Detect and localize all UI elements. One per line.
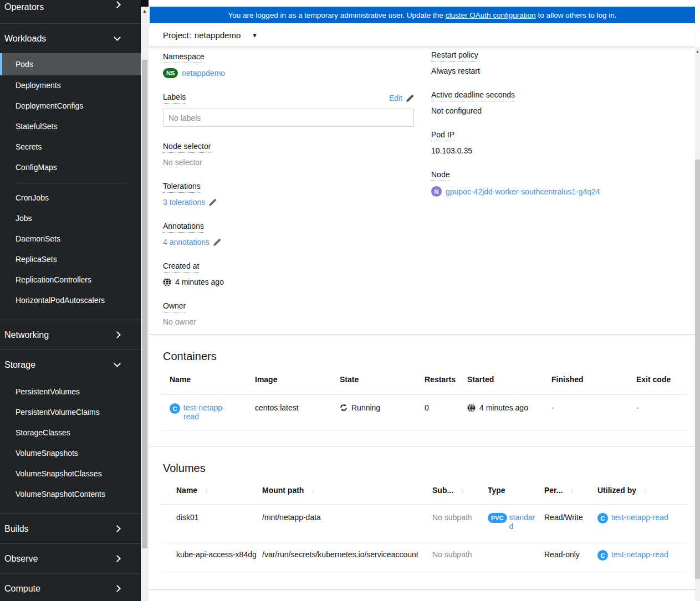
caret-down-icon: ▾	[253, 31, 257, 39]
volumes-section: Volumes Name↕ Mount path↕ Sub...↕ Type P…	[149, 446, 695, 589]
tolerations-edit-button[interactable]: 3 tolerations	[163, 198, 217, 207]
container-row: C test-netapp-read centos:latest Running…	[161, 394, 687, 430]
scroll-up-icon[interactable]: ▲	[695, 47, 700, 54]
content-scrollbar[interactable]: ▲	[695, 47, 700, 601]
sidebar-group-operators[interactable]: Operators	[0, 0, 141, 23]
banner-text-before: You are logged in as a temporary adminis…	[228, 11, 443, 19]
active-deadline-value: Not configured	[431, 106, 695, 115]
sidebar-item-statefulsets[interactable]: StatefulSets	[0, 116, 141, 137]
project-bar: Project: netappdemo ▾	[149, 23, 695, 47]
col-state: State	[340, 371, 425, 394]
sort-icon[interactable]: ↕	[311, 486, 315, 495]
col-permissions-sortable[interactable]: Per...↕	[544, 481, 597, 505]
node-selector-value: No selector	[163, 158, 414, 167]
sidebar-item-volumesnapshotclasses[interactable]: VolumeSnapshotClasses	[0, 464, 141, 484]
content-scrollbar-thumb[interactable]	[695, 160, 700, 579]
labels-label[interactable]: Labels	[163, 93, 186, 104]
pvc-badge-icon: PVC	[488, 513, 507, 523]
node-label[interactable]: Node	[431, 170, 449, 181]
oauth-config-link[interactable]: cluster OAuth configuration	[446, 11, 536, 19]
annotations-label[interactable]: Annotations	[163, 222, 204, 233]
sidebar-group-compute[interactable]: Compute	[0, 574, 141, 601]
col-label: Utilized by	[597, 486, 636, 495]
node-selector-label[interactable]: Node selector	[163, 142, 211, 153]
owner-label[interactable]: Owner	[163, 301, 186, 312]
volume-mount-path: /var/run/secrets/kubernetes.io/serviceac…	[262, 542, 432, 572]
created-at-label[interactable]: Created at	[163, 261, 199, 273]
main-area: You are logged in as a temporary adminis…	[149, 0, 700, 601]
chevron-right-icon	[114, 331, 121, 338]
edit-label[interactable]: Edit	[389, 94, 402, 102]
sidebar-scrollbar[interactable]: ▲	[141, 7, 149, 601]
sidebar-group-builds[interactable]: Builds	[0, 514, 141, 543]
utilized-by-link[interactable]: test-netapp-read	[611, 513, 668, 522]
sidebar-item-deployments[interactable]: Deployments	[0, 75, 141, 96]
section-divider	[149, 589, 695, 601]
sidebar-group-storage[interactable]: Storage	[0, 350, 141, 379]
chevron-right-icon	[114, 525, 121, 532]
sort-icon[interactable]: ↕	[205, 486, 208, 495]
volume-name: kube-api-access-x84dg	[161, 542, 262, 572]
volume-permissions: Read/Write	[544, 505, 597, 542]
utilized-by-link[interactable]: test-netapp-read	[611, 550, 668, 559]
active-deadline-label[interactable]: Active deadline seconds	[431, 90, 515, 101]
sidebar-item-replicationcontrollers[interactable]: ReplicationControllers	[0, 270, 141, 290]
sidebar-item-horizontalpodautoscalers[interactable]: HorizontalPodAutoscalers	[0, 290, 141, 311]
col-mount-path-sortable[interactable]: Mount path↕	[262, 481, 432, 505]
chevron-right-icon	[114, 1, 121, 8]
sidebar-scrollbar-thumb[interactable]	[142, 60, 147, 548]
sidebar-item-persistentvolumes[interactable]: PersistentVolumes	[0, 382, 141, 402]
col-subpath-sortable[interactable]: Sub...↕	[432, 481, 488, 505]
col-started: Started	[467, 371, 551, 394]
sidebar-item-volumesnapshotcontents[interactable]: VolumeSnapshotContents	[0, 484, 141, 505]
containers-title: Containers	[163, 350, 695, 363]
namespace-label[interactable]: Namespace	[163, 52, 205, 63]
sidebar-item-jobs[interactable]: Jobs	[0, 208, 141, 229]
col-label: Sub...	[432, 486, 453, 495]
annotations-edit-button[interactable]: 4 annotations	[163, 238, 221, 246]
col-name-sortable[interactable]: Name↕	[161, 481, 262, 505]
container-link[interactable]: test-netapp-read	[183, 403, 233, 421]
sidebar-item-secrets[interactable]: Secrets	[0, 137, 141, 157]
sidebar-item-pods[interactable]: Pods	[0, 53, 141, 75]
field-active-deadline: Active deadline seconds Not configured	[431, 90, 695, 115]
sort-icon[interactable]: ↕	[461, 486, 464, 495]
field-node-selector: Node selector No selector	[163, 141, 414, 167]
col-type: Type	[488, 481, 544, 505]
pod-ip-label[interactable]: Pod IP	[431, 130, 454, 141]
project-dropdown[interactable]: Project: netappdemo ▾	[163, 30, 257, 40]
sidebar-group-observe[interactable]: Observe	[0, 544, 141, 573]
sort-icon[interactable]: ↕	[643, 486, 647, 495]
sidebar-item-daemonsets[interactable]: DaemonSets	[0, 229, 141, 249]
pvc-link[interactable]: standard	[509, 513, 539, 531]
col-label: Name	[176, 486, 197, 495]
sidebar-item-volumesnapshots[interactable]: VolumeSnapshots	[0, 443, 141, 464]
sidebar-item-storageclasses[interactable]: StorageClasses	[0, 423, 141, 443]
container-finished: -	[551, 394, 636, 430]
pod-details-section: Namespace NS netappdemo Labels Edit	[149, 47, 695, 334]
col-label: Type	[488, 486, 505, 495]
field-restart-policy: Restart policy Always restart	[431, 50, 695, 75]
sidebar-item-configmaps[interactable]: ConfigMaps	[0, 157, 141, 178]
tolerations-label[interactable]: Tolerations	[163, 182, 201, 193]
node-link[interactable]: gpupoc-42jdd-worker-southcentralus1-g4q2…	[446, 187, 600, 196]
edit-labels-button[interactable]: Edit	[389, 94, 414, 102]
tolerations-link[interactable]: 3 tolerations	[163, 198, 205, 207]
volumes-header-row: Name↕ Mount path↕ Sub...↕ Type Per...↕ U…	[161, 481, 687, 505]
globe-icon	[163, 278, 171, 286]
col-utilized-by-sortable[interactable]: Utilized by↕	[597, 481, 687, 505]
restart-policy-label[interactable]: Restart policy	[431, 50, 478, 61]
sidebar-item-replicasets[interactable]: ReplicaSets	[0, 249, 141, 270]
sidebar-item-cronjobs[interactable]: CronJobs	[0, 188, 141, 208]
sidebar-group-networking[interactable]: Networking	[0, 320, 141, 350]
sidebar-item-persistentvolumeclaims[interactable]: PersistentVolumeClaims	[0, 402, 141, 423]
labels-empty-box: No labels	[163, 109, 414, 127]
sort-icon[interactable]: ↕	[570, 486, 574, 495]
namespace-link[interactable]: netappdemo	[182, 69, 225, 78]
sidebar-item-deploymentconfigs[interactable]: DeploymentConfigs	[0, 96, 141, 116]
container-image: centos:latest	[255, 394, 340, 430]
pencil-icon	[213, 238, 221, 246]
annotations-link[interactable]: 4 annotations	[163, 238, 210, 246]
scroll-up-icon[interactable]: ▲	[141, 7, 149, 14]
sidebar-group-workloads[interactable]: Workloads	[0, 24, 141, 53]
